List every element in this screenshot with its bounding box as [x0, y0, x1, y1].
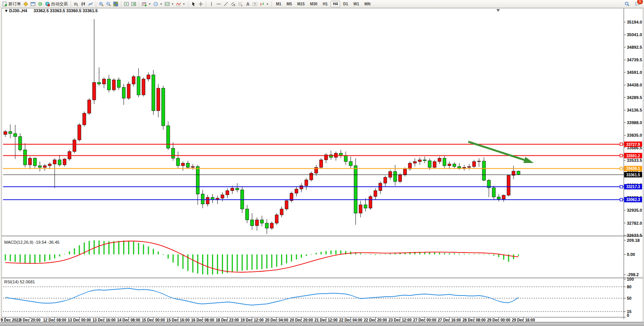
timeframe-H1-button[interactable]: H1 [320, 1, 330, 7]
macd-histogram-bar [113, 241, 114, 254]
macd-histogram-bar [464, 254, 465, 254]
macd-histogram-bar [153, 249, 154, 254]
candle [320, 160, 323, 168]
period-button[interactable]: ▼ [153, 1, 163, 7]
macd-histogram-bar [54, 254, 55, 259]
timeframe-M1-button[interactable]: M1 [274, 1, 284, 7]
vertical-line-button[interactable] [208, 1, 215, 7]
cursor-button[interactable] [190, 1, 197, 7]
price-tick-label: 35194.0 [627, 20, 642, 24]
macd-histogram-bar [493, 254, 495, 256]
notifications-button[interactable]: 1 [634, 1, 641, 7]
level-line-handle[interactable] [620, 198, 623, 201]
chevron-down-icon: ▼ [171, 3, 174, 5]
fibonacci-button[interactable]: F [237, 1, 244, 7]
candle [43, 166, 46, 167]
time-label: 18 Dec 23:00 [216, 318, 239, 322]
crosshair-button[interactable] [198, 1, 204, 7]
svg-text:E: E [234, 4, 235, 6]
zoom-out-button[interactable] [105, 1, 112, 7]
price-tick-label: 35041.0 [627, 32, 642, 37]
rsi-label: RSI(14) 52.0681 [4, 280, 35, 284]
candle [38, 166, 41, 167]
timeframe-H4-button[interactable]: H4 [331, 1, 340, 7]
macd-histogram-bar [266, 254, 267, 268]
auto-scroll-button[interactable] [123, 1, 130, 7]
alerts-icon [38, 2, 43, 6]
macd-histogram-bar [187, 254, 188, 271]
chart-dropdown-icon[interactable]: ▼ [4, 8, 8, 13]
macd-histogram-bar [488, 254, 490, 255]
macd-label: MACD(12,26,9) -19.54 -36.45 [4, 240, 59, 244]
history-button[interactable] [22, 1, 29, 7]
auto-scroll-icon [124, 2, 129, 6]
level-line-handle[interactable] [620, 185, 623, 188]
macd-histogram-bar [518, 254, 519, 256]
price-tick-label: 32633.5 [627, 233, 642, 238]
chart-shift-button[interactable] [130, 1, 137, 7]
time-label: 27 Dec 00:00 [413, 318, 437, 322]
macd-axis-label: -298.2 [627, 272, 639, 277]
macd-histogram-bar [365, 254, 366, 254]
horizontal-line-button[interactable] [215, 1, 222, 7]
trendline-icon [223, 2, 228, 6]
line-chart-button[interactable] [87, 1, 94, 7]
price-chart[interactable]: 35194.035041.034892.534739.534591.034438… [0, 0, 644, 326]
time-label: 29 Dec 00:00 [487, 318, 511, 322]
candlestick-button[interactable] [80, 1, 87, 7]
macd-histogram-bar [321, 252, 322, 254]
level-line-handle[interactable] [620, 167, 623, 170]
time-label: 15 Dec 00:00 [142, 318, 165, 322]
indicators-button[interactable]: ▼ [175, 1, 186, 7]
macd-histogram-bar [474, 254, 475, 254]
candle [285, 201, 288, 209]
timeframe-MN-button[interactable]: MN [362, 1, 373, 7]
level-line-handle[interactable] [620, 154, 623, 157]
candle [78, 125, 81, 140]
rsi-axis-label: 100 [627, 277, 634, 281]
candle [177, 158, 180, 166]
zoom-in-button[interactable] [98, 1, 104, 7]
candle [517, 171, 520, 174]
text-button[interactable]: A [244, 1, 251, 7]
new-chart-button[interactable]: ▼ [141, 1, 152, 7]
new-order-button[interactable]: 新订单 [2, 0, 22, 8]
arrows-button[interactable]: ▼ [259, 1, 270, 7]
macd-histogram-bar [498, 254, 499, 257]
bar-chart-button[interactable] [73, 1, 79, 7]
indicators-icon [176, 2, 181, 6]
time-label: 22 Dec 20:00 [364, 318, 387, 322]
timeframe-D1-button[interactable]: D1 [341, 1, 350, 7]
candle [369, 197, 372, 208]
timeframe-W1-button[interactable]: W1 [351, 1, 361, 7]
macd-histogram-bar [34, 254, 35, 263]
macd-histogram-bar [128, 241, 129, 254]
candle [53, 160, 56, 164]
alerts-button[interactable] [37, 1, 43, 7]
macd-histogram-bar [439, 253, 440, 254]
channel-button[interactable]: E [230, 1, 236, 7]
macd-histogram-bar [138, 243, 139, 254]
timeframe-M5-button[interactable]: M5 [284, 1, 294, 7]
timeframe-M30-button[interactable]: M30 [308, 1, 320, 7]
macd-histogram-bar [148, 246, 149, 254]
market-watch-button[interactable] [30, 1, 36, 7]
trendline-button[interactable] [223, 1, 229, 7]
candle [270, 223, 273, 228]
macd-histogram-bar [207, 254, 208, 275]
tile-windows-button[interactable] [112, 1, 119, 7]
macd-histogram-bar [5, 254, 6, 260]
time-label: 9 Dec 2022 [1, 318, 21, 322]
level-line-handle[interactable] [620, 143, 623, 145]
macd-histogram-bar [306, 254, 307, 256]
toolbar: 新订单自动交易▼▼▼▼EFAT▼M1M5M15M30H1H4D1W1MN1 [0, 0, 644, 8]
autotrading-button[interactable]: 自动交易 [44, 0, 69, 8]
search-button[interactable] [624, 1, 630, 7]
tile-windows-icon [113, 2, 118, 6]
price-tick-label: 33533.5 [627, 158, 642, 163]
macd-histogram-bar [286, 254, 287, 264]
timeframe-M15-button[interactable]: M15 [295, 1, 307, 7]
candle [142, 79, 145, 95]
text-label-button[interactable]: T [252, 1, 258, 7]
template-button[interactable]: ▼ [164, 1, 175, 7]
